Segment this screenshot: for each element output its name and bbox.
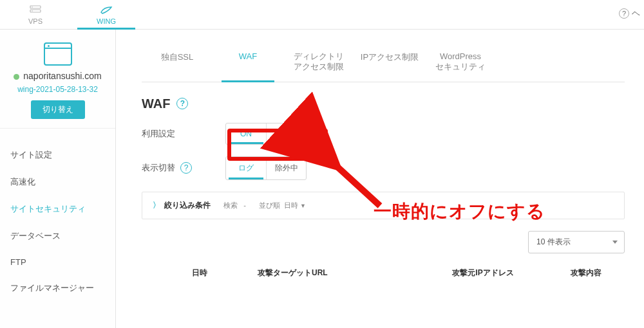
per-page-value: 10 件表示 (536, 237, 571, 246)
top-tab-wing[interactable]: WING (71, 5, 142, 29)
help-icon[interactable]: ? (176, 98, 188, 109)
switch-button[interactable]: 切り替え (31, 100, 85, 119)
view-option-除外中[interactable]: 除外中 (266, 157, 306, 179)
usage-label: 利用設定 (142, 128, 175, 140)
chevron-right-icon: 〉 (153, 200, 160, 211)
filter-title: 絞り込み条件 (164, 200, 211, 211)
filter-search-value: - (243, 201, 246, 209)
svg-point-2 (32, 6, 33, 8)
help-label: ヘ (632, 8, 640, 19)
site-id-link[interactable]: wing-2021-05-28-13-32 (6, 85, 109, 94)
filter-search-label: 検索 (223, 201, 238, 209)
usage-option-off[interactable]: OFF (266, 123, 306, 144)
sidebar-item-0[interactable]: サイト設定 (0, 141, 115, 169)
domain-card: naporitansushi.com wing-2021-05-28-13-32… (0, 30, 115, 129)
col-ip: 攻撃元IPアドレス (419, 268, 547, 278)
main-content: 独自SSLWAFディレクトリアクセス制限IPアクセス制限WordPressセキュ… (116, 30, 644, 328)
sidebar-item-2[interactable]: サイトセキュリティ (0, 196, 115, 223)
col-url: 攻撃ターゲットURL (258, 268, 419, 278)
sidebar-item-4[interactable]: FTP (0, 250, 115, 275)
sidebar-item-5[interactable]: ファイルマネージャー (0, 275, 115, 302)
section-title: WAF (142, 96, 170, 111)
top-tab-wing-label: WING (97, 17, 116, 25)
subtab-4[interactable]: WordPressセキュリティ (425, 45, 496, 82)
per-page-select[interactable]: 10 件表示 (528, 231, 625, 253)
help-link[interactable]: ? ヘ (619, 8, 640, 19)
sidebar-item-1[interactable]: 高速化 (0, 169, 115, 196)
top-tab-vps-label: VPS (28, 17, 43, 25)
subtab-2[interactable]: ディレクトリアクセス制限 (283, 45, 354, 82)
help-icon[interactable]: ? (180, 162, 192, 174)
col-content: 攻撃内容 (547, 268, 625, 278)
view-label: 表示切替 (142, 162, 175, 174)
usage-option-on[interactable]: ON (226, 123, 266, 144)
col-date: 日時 (142, 268, 258, 278)
view-segmented-control: ログ除外中 (225, 156, 307, 180)
sidebar: naporitansushi.com wing-2021-05-28-13-32… (0, 30, 116, 328)
table-header: 日時 攻撃ターゲットURL 攻撃元IPアドレス 攻撃内容 (142, 262, 625, 284)
subtab-0[interactable]: 独自SSL (142, 45, 213, 82)
filter-panel[interactable]: 〉 絞り込み条件 検索 - 並び順 日時 ▼ (142, 192, 625, 219)
site-icon (44, 42, 72, 66)
help-icon: ? (619, 8, 629, 19)
subtab-3[interactable]: IPアクセス制限 (354, 45, 425, 82)
server-icon (0, 5, 71, 16)
filter-sort-label: 並び順 (259, 201, 280, 209)
usage-segmented-control: ONOFF (225, 123, 307, 145)
filter-sort-value: 日時 (284, 201, 298, 209)
view-option-ログ[interactable]: ログ (226, 157, 266, 179)
subtab-1[interactable]: WAF (213, 45, 283, 82)
wing-icon (71, 5, 142, 16)
top-tab-vps[interactable]: VPS (0, 5, 71, 29)
triangle-down-icon: ▼ (300, 203, 306, 209)
sidebar-item-3[interactable]: データベース (0, 223, 115, 250)
svg-point-3 (32, 10, 33, 12)
domain-name: naporitansushi.com (6, 71, 109, 81)
